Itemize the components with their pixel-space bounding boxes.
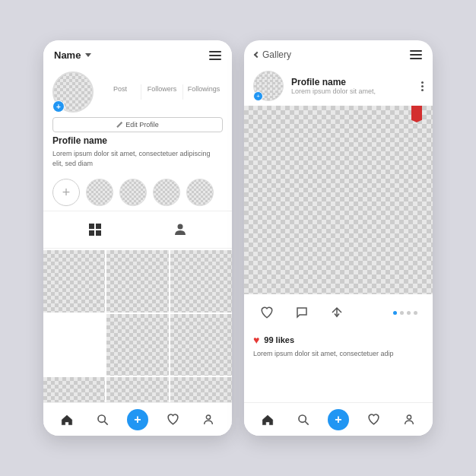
grid-view-button[interactable] [81, 216, 109, 243]
edit-profile-button[interactable]: Edit Profile [52, 117, 223, 132]
person-icon [173, 223, 187, 236]
add-icon: + [127, 409, 148, 430]
gallery-profile-info: Profile name Lorem ipsum dolor sit amet, [291, 77, 414, 95]
search-icon [297, 414, 309, 426]
dot [421, 89, 424, 91]
caption-text: Lorem ipsum dolor sit amet, consectetuer… [253, 350, 394, 357]
hamburger-icon[interactable] [410, 50, 422, 59]
svg-rect-1 [96, 224, 101, 229]
svg-rect-2 [89, 230, 94, 236]
stat-post: Post [101, 84, 139, 100]
followings-label: Followings [185, 85, 223, 93]
followers-label: Followers [143, 85, 181, 93]
dot [414, 311, 417, 315]
phone-left: Name + Post [43, 40, 232, 436]
edit-profile-label: Edit Profile [125, 121, 159, 129]
phones-container: Name + Post [43, 40, 433, 436]
more-options-button[interactable] [421, 81, 424, 91]
nav-home-button[interactable] [53, 406, 81, 433]
hamburger-line [410, 58, 422, 59]
add-icon: + [328, 409, 349, 430]
hamburger-line [209, 55, 221, 56]
photo-cell[interactable] [106, 250, 168, 312]
gallery-label: Gallery [262, 49, 291, 60]
tagged-view-button[interactable] [167, 216, 194, 243]
comment-icon [295, 306, 309, 319]
svg-rect-0 [89, 224, 94, 229]
pencil-icon [116, 122, 122, 128]
profile-bio: Lorem ipsum dolor sit amet, consectetuer… [52, 149, 223, 168]
nav-search-button[interactable] [89, 406, 116, 433]
heart-icon [167, 413, 179, 426]
svg-line-6 [104, 421, 108, 425]
phone-right: Gallery + Profile name Lorem ipsum dolor… [244, 40, 433, 436]
hamburger-icon[interactable] [209, 51, 221, 60]
grid-icon [88, 223, 102, 236]
profile-icon [202, 414, 214, 426]
svg-point-7 [206, 415, 210, 419]
add-story-button[interactable]: + [52, 179, 80, 206]
svg-line-9 [305, 421, 309, 425]
search-icon [97, 414, 109, 426]
heart-outline-icon [260, 306, 274, 319]
nav-profile-button[interactable] [395, 406, 423, 433]
share-icon [330, 306, 344, 319]
carousel-indicator [393, 311, 417, 315]
profile-section: + Post Followers Followings [43, 67, 232, 174]
gallery-add-story-button[interactable]: + [253, 91, 263, 101]
nav-heart-button[interactable] [360, 406, 387, 433]
photo-cell[interactable] [43, 250, 105, 312]
like-button[interactable] [253, 299, 281, 326]
stat-divider [141, 84, 141, 100]
svg-point-5 [98, 415, 105, 422]
dot [407, 311, 411, 315]
likes-row: ♥ 99 likes [244, 331, 433, 347]
svg-rect-3 [96, 230, 101, 236]
view-toggle [43, 211, 232, 249]
profile-row: + Post Followers Followings [52, 71, 223, 113]
nav-add-button[interactable]: + [325, 406, 352, 433]
back-arrow-icon [254, 52, 260, 58]
nav-add-button[interactable]: + [124, 406, 151, 433]
svg-point-10 [407, 415, 411, 419]
dot [400, 311, 404, 315]
hamburger-line [410, 54, 422, 56]
action-row [244, 294, 433, 331]
comment-button[interactable] [288, 299, 316, 326]
bookmark-ribbon [411, 106, 422, 122]
photo-cell[interactable] [170, 250, 232, 312]
profile-name: Profile name [52, 135, 223, 146]
gallery-profile-row: + Profile name Lorem ipsum dolor sit ame… [244, 66, 433, 106]
dot [421, 85, 424, 87]
add-story-button[interactable]: + [52, 100, 65, 113]
caption-row: Lorem ipsum dolor sit amet, consectetuer… [244, 347, 433, 365]
nav-profile-button[interactable] [195, 406, 222, 433]
top-bar-left: Name [43, 40, 232, 67]
likes-count: 99 likes [264, 335, 294, 344]
dot-active [393, 311, 397, 315]
stories-row: + [43, 174, 232, 211]
story-item[interactable] [153, 179, 180, 206]
nav-home-button[interactable] [254, 406, 281, 433]
heart-filled-icon: ♥ [253, 334, 259, 346]
dot [421, 81, 424, 84]
story-item[interactable] [86, 179, 113, 206]
gallery-profile-name: Profile name [291, 77, 414, 87]
share-button[interactable] [323, 299, 351, 326]
avatar-wrap: + [52, 71, 94, 113]
profile-title[interactable]: Name [54, 49, 91, 61]
stat-followings: Followings [185, 84, 223, 100]
stats-row: Post Followers Followings [101, 84, 223, 100]
nav-heart-button[interactable] [159, 406, 186, 433]
story-item[interactable] [186, 179, 214, 206]
stat-divider [182, 84, 183, 100]
back-button[interactable]: Gallery [255, 49, 291, 60]
photo-cell[interactable] [106, 314, 168, 376]
home-icon [60, 413, 74, 427]
photo-cell[interactable] [170, 314, 232, 376]
story-item[interactable] [119, 179, 147, 206]
profile-title-text: Name [54, 49, 81, 61]
gallery-avatar-wrap: + [253, 71, 284, 101]
nav-search-button[interactable] [290, 406, 317, 433]
profile-icon [403, 414, 415, 426]
